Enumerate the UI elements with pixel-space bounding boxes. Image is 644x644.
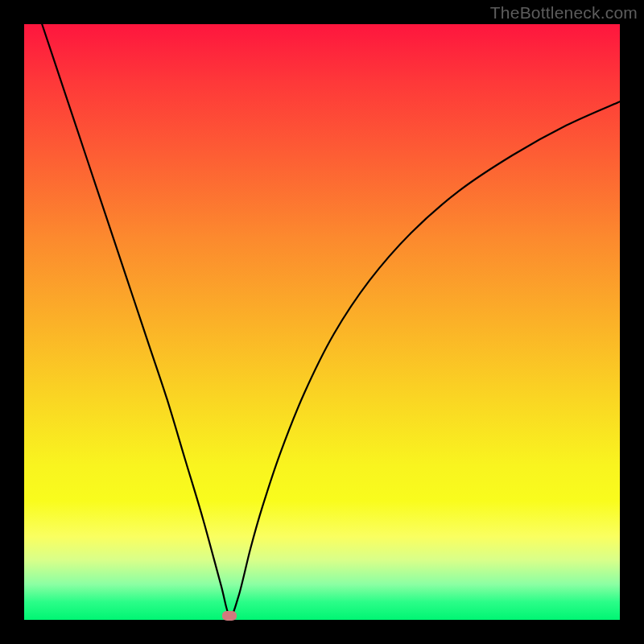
watermark-text: TheBottleneck.com bbox=[490, 3, 638, 23]
plot-area bbox=[24, 24, 620, 620]
chart-frame: TheBottleneck.com bbox=[0, 0, 644, 644]
bottleneck-curve bbox=[24, 24, 620, 620]
minimum-marker bbox=[222, 611, 237, 621]
